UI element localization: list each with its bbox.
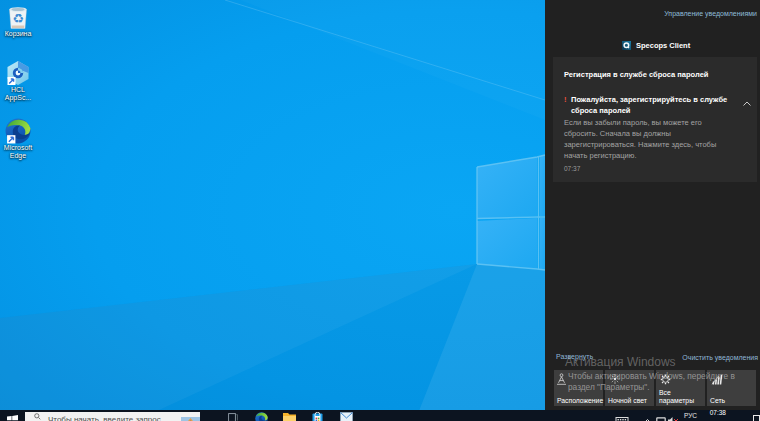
svg-text:♻: ♻ xyxy=(12,11,24,26)
